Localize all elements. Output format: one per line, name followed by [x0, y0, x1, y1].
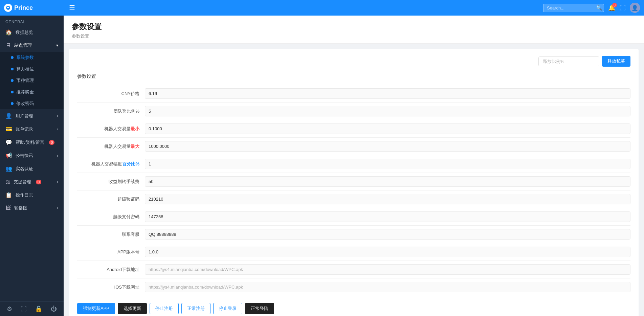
search-input[interactable]: [543, 4, 604, 12]
sidebar-label-operation-log: 操作日志: [16, 192, 33, 198]
input-robot-percent[interactable]: [145, 159, 630, 169]
form-row-super-pay: 超级支付密码: [77, 208, 630, 226]
input-cny[interactable]: [145, 88, 630, 99]
submenu-label-currency: 币种管理: [16, 77, 34, 84]
dot-icon: [11, 79, 14, 82]
chevron-right-icon: ›: [57, 206, 58, 210]
sidebar-item-carousel[interactable]: 🖼 轮播图 ›: [0, 202, 64, 215]
form-row-team-ratio: 团队奖比例%: [77, 103, 630, 120]
release-private-button[interactable]: 释放私募: [602, 56, 630, 67]
input-customer-service[interactable]: [145, 229, 630, 240]
expand-button[interactable]: ⛶: [620, 4, 626, 12]
chat-icon: 💬: [5, 139, 12, 145]
input-android-url[interactable]: [145, 264, 630, 275]
notification-button[interactable]: 🔔 0: [608, 4, 616, 12]
avatar[interactable]: 👤: [630, 3, 640, 13]
stop-login-button[interactable]: 停止登录: [213, 303, 242, 314]
input-robot-min[interactable]: [145, 123, 630, 134]
search-button[interactable]: 🔍: [596, 5, 602, 10]
hamburger-button[interactable]: ☰: [69, 4, 75, 12]
stop-register-button[interactable]: 停止注册: [150, 303, 179, 314]
submenu-referral-bonus[interactable]: 推荐奖金: [0, 86, 64, 98]
header-left: Prince ☰: [4, 4, 75, 12]
content-area: 参数设置 参数设置 释放私募 参数设置 CNY价格 团队奖比例% 机器人交易量最…: [64, 16, 644, 316]
logo-icon: [4, 4, 12, 12]
breadcrumb: 参数设置: [72, 33, 636, 39]
balance-icon: ⚖: [5, 179, 10, 185]
sidebar-label-user-management: 用户管理: [16, 113, 33, 119]
sidebar-item-help[interactable]: 💬 帮助/资料/留言 0: [0, 136, 64, 149]
form-row-super-code: 超级验证码: [77, 190, 630, 208]
submenu-label-system-params: 系统参数: [16, 54, 34, 61]
form-row-robot-min: 机器人交易量最小: [77, 120, 630, 138]
chevron-down-icon: ▾: [56, 43, 58, 48]
sidebar-item-operation-log[interactable]: 📋 操作日志: [0, 188, 64, 202]
input-transfer-fee[interactable]: [145, 176, 630, 187]
normal-login-button[interactable]: 正常登陆: [245, 303, 274, 314]
sidebar-item-announcement[interactable]: 📢 公告快讯 ›: [0, 149, 64, 162]
normal-register-button[interactable]: 正常注册: [181, 303, 210, 314]
submenu-hashrate-gear[interactable]: 算力档位: [0, 63, 64, 75]
input-team-ratio[interactable]: [145, 106, 630, 116]
page-title: 参数设置: [72, 22, 636, 32]
form-row-transfer-fee: 收益划转手续费: [77, 173, 630, 190]
input-robot-max[interactable]: [145, 141, 630, 152]
select-update-button[interactable]: 选择更新: [118, 303, 147, 314]
label-cny: CNY价格: [77, 91, 145, 97]
chevron-right-icon: ›: [57, 127, 58, 132]
sidebar-label-site-management: 站点管理: [14, 42, 32, 48]
submenu-label-hashrate: 算力档位: [16, 66, 34, 72]
form-row-app-version: APP版本号: [77, 243, 630, 261]
sidebar-item-recharge[interactable]: ⚖ 充提管理 0 ›: [0, 175, 64, 188]
submenu-site-management: 系统参数 算力档位 币种管理 推荐奖金 修改密码: [0, 52, 64, 109]
submenu-system-params[interactable]: 系统参数: [0, 52, 64, 63]
label-ios-url: IOS下载网址: [77, 284, 145, 290]
label-android-url: Android下载地址: [77, 267, 145, 273]
image-icon: 🖼: [5, 205, 11, 211]
lock-icon-button[interactable]: 🔒: [35, 305, 42, 313]
label-app-version: APP版本号: [77, 249, 145, 255]
sidebar-label-announcement: 公告快讯: [16, 153, 33, 159]
help-badge: 0: [49, 140, 54, 145]
input-super-code[interactable]: [145, 194, 630, 204]
settings-icon-button[interactable]: ⚙: [7, 305, 12, 313]
submenu-label-referral: 推荐奖金: [16, 89, 34, 95]
sidebar-item-real-name[interactable]: 👥 实名认证: [0, 162, 64, 175]
sidebar-label-real-name: 实名认证: [16, 166, 33, 172]
submenu-label-password: 修改密码: [16, 100, 34, 107]
sidebar-bottom: ⚙ ⛶ 🔒 ⏻: [0, 301, 64, 316]
power-icon-button[interactable]: ⏻: [51, 305, 57, 313]
logo: Prince: [4, 4, 65, 12]
form-section-title: 参数设置: [77, 73, 630, 80]
submenu-currency-management[interactable]: 币种管理: [0, 75, 64, 86]
card-icon: 💳: [5, 126, 12, 132]
input-super-pay[interactable]: [145, 211, 630, 222]
user-icon: 👤: [5, 113, 12, 119]
monitor-icon: 🖥: [5, 42, 11, 48]
label-team-ratio: 团队奖比例%: [77, 108, 145, 114]
action-buttons-row: 强制更新APP 选择更新 停止注册 正常注册 停止登录 正常登陆: [77, 303, 630, 314]
sidebar-label-carousel: 轮播图: [14, 205, 27, 211]
form-row-customer-service: 联系客服: [77, 226, 630, 243]
sidebar-label-help: 帮助/资料/留言: [16, 139, 44, 145]
sidebar-item-user-management[interactable]: 👤 用户管理 ›: [0, 109, 64, 122]
release-row: 释放私募: [77, 56, 630, 67]
dot-icon: [11, 56, 14, 59]
label-super-pay: 超级支付密码: [77, 214, 145, 220]
label-super-code: 超级验证码: [77, 196, 145, 202]
grid-icon-button[interactable]: ⛶: [21, 305, 27, 313]
sidebar-item-dashboard[interactable]: 🏠 数据总览: [0, 26, 64, 39]
release-ratio-input[interactable]: [538, 57, 599, 66]
submenu-change-password[interactable]: 修改密码: [0, 98, 64, 109]
label-robot-percent: 机器人交易幅度百分比%: [77, 161, 145, 167]
sidebar: GENERAL 🏠 数据总览 🖥 站点管理 ▾ 系统参数 算力档位 币种管理: [0, 16, 64, 316]
sidebar-item-account-records[interactable]: 💳 账单记录 ›: [0, 122, 64, 136]
chevron-right-icon: ›: [57, 114, 58, 118]
dot-icon: [11, 68, 14, 70]
input-app-version[interactable]: [145, 247, 630, 257]
input-ios-url[interactable]: [145, 282, 630, 292]
header: Prince ☰ 🔍 🔔 0 ⛶ 👤: [0, 0, 644, 16]
force-update-button[interactable]: 强制更新APP: [77, 303, 115, 314]
id-icon: 👥: [5, 165, 12, 172]
sidebar-item-site-management[interactable]: 🖥 站点管理 ▾: [0, 39, 64, 52]
